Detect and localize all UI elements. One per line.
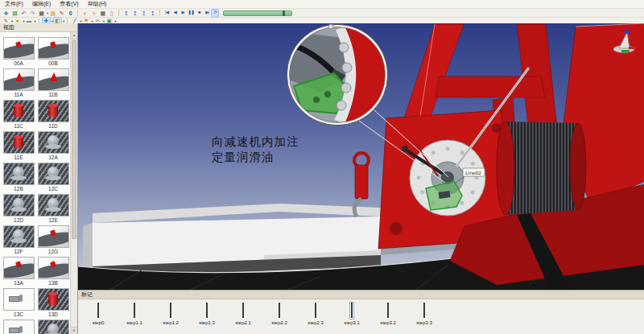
steps-panel: 标记 step0 step1.1 step1.2 step1.3 step2.1… bbox=[78, 290, 644, 334]
annotation-line-2: 定量润滑油 bbox=[212, 151, 275, 163]
composer-app-window: 文件(F) 编辑(E) 查看(V) 帮助(H) ❖ ▤ ↶ ↷ ▦ ▾ ▨ ✎ … bbox=[0, 0, 644, 334]
grid-icon[interactable]: ▦ bbox=[99, 10, 106, 17]
toolbar-separator bbox=[77, 10, 78, 16]
view-thumb-partial-2[interactable] bbox=[36, 320, 70, 334]
views-list: 00A 00B 11A 11B 11C 11D 11E 12A 12B 12C … bbox=[0, 32, 77, 334]
view-mode-icon[interactable]: ▦ bbox=[38, 10, 45, 17]
compass-x-axis bbox=[629, 47, 636, 49]
step-thumb-step1-2[interactable]: step1.2 bbox=[155, 302, 186, 326]
step-thumb-step0[interactable]: step0 bbox=[83, 302, 114, 326]
scene-3d[interactable]: 向减速机内加注 定量润滑油 bbox=[78, 23, 644, 290]
step-thumb-step1-1[interactable]: step1.1 bbox=[119, 302, 150, 326]
view-thumb-11B[interactable]: 11B bbox=[36, 68, 70, 96]
viewport-3d[interactable]: 向减速机内加注 定量润滑油 bbox=[78, 23, 644, 290]
step-thumb-step2-3[interactable]: step2.3 bbox=[300, 302, 331, 326]
view-thumb-11E[interactable]: 11E bbox=[2, 131, 35, 159]
toolbar-separator bbox=[118, 10, 119, 16]
view-thumb-00A[interactable]: 00A bbox=[2, 37, 35, 64]
first-frame-icon[interactable]: |◀ bbox=[163, 10, 170, 17]
view-thumb-12C[interactable]: 12C bbox=[36, 163, 70, 190]
view-thumb-00B[interactable]: 00B bbox=[36, 37, 70, 64]
view-thumb-13A[interactable]: 13A bbox=[2, 257, 35, 284]
export-2-icon[interactable]: ↥ bbox=[131, 10, 138, 17]
magnifier-callout[interactable] bbox=[287, 24, 387, 126]
compass-y-axis bbox=[621, 50, 630, 52]
publish-icon[interactable]: ❖ bbox=[2, 10, 10, 17]
view-thumb-13D[interactable]: 13D bbox=[36, 288, 70, 315]
toolbar-standard: ❖ ▤ ↶ ↷ ▦ ▾ ▨ ✎ 0 ◐ ϟ ▦ ▯ ↥ ↥ ↥ ↥ |◀ ◀ ▶… bbox=[0, 9, 644, 18]
winch-drum[interactable] bbox=[497, 122, 586, 215]
part-label-text: Line02 bbox=[465, 170, 481, 175]
view-thumb-12E[interactable]: 12E bbox=[36, 194, 70, 221]
menu-edit[interactable]: 编辑(E) bbox=[31, 0, 52, 8]
step-thumb-step2-1[interactable]: step2.1 bbox=[228, 302, 258, 326]
stage: 向减速机内加注 定量润滑油 bbox=[78, 23, 644, 334]
scroll-up-icon[interactable]: ▲ bbox=[71, 32, 77, 39]
main-area: 视图 00A 00B 11A 11B 11C 11D 11E 12A 12B 1… bbox=[0, 23, 644, 334]
step-thumb-step3-3[interactable]: step3.3 bbox=[409, 302, 440, 326]
step-thumb-step3-1[interactable]: step3.1 bbox=[336, 302, 367, 326]
scroll-down-icon[interactable]: ▼ bbox=[71, 327, 77, 334]
loop-icon[interactable]: ⟳ bbox=[212, 10, 218, 17]
step-thumb-step3-2[interactable]: step3.2 bbox=[373, 302, 403, 326]
slider-thumb[interactable] bbox=[283, 10, 285, 16]
play-icon[interactable]: ▶ bbox=[180, 10, 186, 17]
view-thumb-partial-1[interactable] bbox=[2, 320, 35, 334]
zero-icon[interactable]: 0 bbox=[67, 10, 74, 17]
menu-bar: 文件(F) 编辑(E) 查看(V) 帮助(H) bbox=[0, 0, 644, 9]
stop-icon[interactable]: ■ bbox=[196, 10, 202, 17]
view-thumb-12G[interactable]: 12G bbox=[36, 225, 70, 253]
animation-progress-slider[interactable] bbox=[223, 10, 292, 16]
export-3-icon[interactable]: ↥ bbox=[140, 10, 147, 17]
view-thumb-11C[interactable]: 11C bbox=[2, 100, 35, 127]
view-thumb-12A[interactable]: 12A bbox=[36, 131, 70, 159]
views-panel-title: 视图 bbox=[0, 23, 77, 32]
view-thumb-11A[interactable]: 11A bbox=[2, 68, 35, 96]
steps-panel-title: 标记 bbox=[78, 291, 644, 299]
annotation-line-1: 向减速机内加注 bbox=[212, 135, 299, 148]
magnifier-handle-knob bbox=[328, 24, 333, 29]
views-scrollbar[interactable]: ▲ ▼ bbox=[70, 32, 77, 334]
scrollbar-thumb[interactable] bbox=[72, 40, 76, 239]
view-thumb-13C[interactable]: 13C bbox=[2, 288, 35, 315]
step-back-icon[interactable]: ◀ bbox=[171, 10, 178, 17]
bolt-icon[interactable]: ϟ bbox=[90, 10, 97, 17]
export-4-icon[interactable]: ↥ bbox=[149, 10, 156, 17]
redo-icon[interactable]: ↷ bbox=[29, 10, 36, 17]
step-thumb-step2-2[interactable]: step2.2 bbox=[264, 302, 295, 326]
doc-icon[interactable]: ▯ bbox=[108, 10, 115, 17]
steps-strip: step0 step1.1 step1.2 step1.3 step2.1 st… bbox=[78, 299, 644, 334]
view-thumb-12B[interactable]: 12B bbox=[2, 163, 35, 190]
views-panel: 视图 00A 00B 11A 11B 11C 11D 11E 12A 12B 1… bbox=[0, 23, 78, 334]
view-thumb-12F[interactable]: 12F bbox=[2, 225, 35, 253]
step-thumb-step1-3[interactable]: step1.3 bbox=[192, 302, 222, 326]
view-thumb-11D[interactable]: 11D bbox=[36, 100, 70, 127]
profile-icon[interactable]: ◐ bbox=[81, 10, 89, 17]
view-thumb-13B[interactable]: 13B bbox=[36, 257, 70, 284]
last-frame-icon[interactable]: ▶| bbox=[204, 10, 210, 17]
toolbar-separator bbox=[159, 10, 160, 16]
view-thumb-12D[interactable]: 12D bbox=[2, 194, 35, 221]
menu-help[interactable]: 帮助(H) bbox=[87, 0, 108, 8]
export-1-icon[interactable]: ↥ bbox=[122, 10, 130, 17]
pause-icon[interactable]: ❚❚ bbox=[188, 10, 194, 17]
undo-icon[interactable]: ↶ bbox=[20, 10, 27, 17]
image-icon[interactable]: ▨ bbox=[49, 10, 56, 17]
menu-file[interactable]: 文件(F) bbox=[4, 0, 24, 8]
menu-view[interactable]: 查看(V) bbox=[59, 0, 79, 8]
annotate-icon[interactable]: ✎ bbox=[58, 10, 65, 17]
chevron-down-icon: ▾ bbox=[47, 11, 48, 15]
snapshot-icon[interactable]: ▤ bbox=[11, 10, 19, 17]
